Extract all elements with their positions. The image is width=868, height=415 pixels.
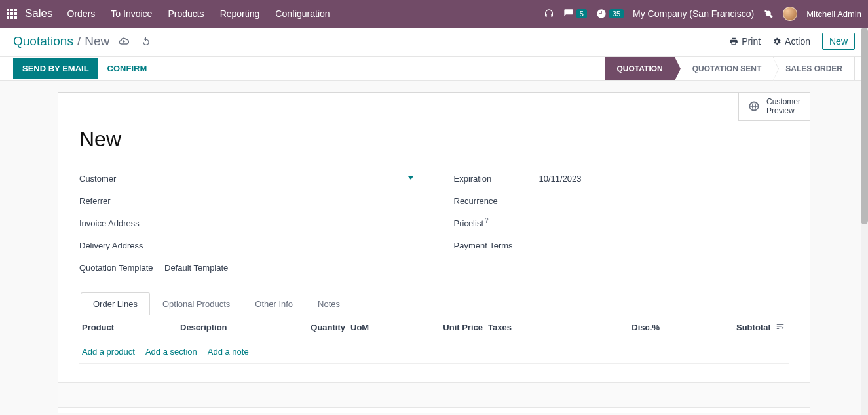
quotation-template-field[interactable]: Default Template [164,263,415,273]
discard-icon[interactable] [141,36,151,47]
expiration-field[interactable]: 10/11/2023 [539,174,789,184]
chat-badge: 5 [576,9,587,18]
menu-products[interactable]: Products [168,9,204,19]
company-switcher[interactable]: My Company (San Francisco) [633,9,754,19]
th-description: Description [178,315,295,340]
add-section-link[interactable]: Add a section [145,347,197,357]
new-button[interactable]: New [822,33,855,50]
breadcrumb-root[interactable]: Quotations [13,34,73,49]
apps-icon[interactable] [7,9,17,19]
label-payment-terms: Payment Terms [454,241,539,250]
confirm-button[interactable]: CONFIRM [98,58,157,79]
th-subtotal: Subtotal [662,315,773,340]
control-panel: Quotations / New Print Action New [0,28,868,57]
label-quotation-template: Quotation Template [79,263,164,273]
label-pricelist: Pricelist? [454,217,539,228]
label-expiration: Expiration [454,174,539,184]
order-lines-table: Product Description Quantity UoM Unit Pr… [79,315,789,382]
table-row-add: Add a product Add a section Add a note [79,340,789,364]
activity-badge: 35 [609,9,624,18]
activity-tray[interactable]: 35 [596,9,624,19]
record-title: New [79,127,789,151]
tools-icon[interactable] [763,9,774,19]
th-disc: Disc.% [603,315,662,340]
status-row: SEND BY EMAIL CONFIRM QUOTATION QUOTATIO… [0,57,868,81]
main-menu: Orders To Invoice Products Reporting Con… [67,9,330,19]
gear-icon [772,37,782,46]
th-product: Product [79,315,178,340]
stage-quotation-sent[interactable]: QUOTATION SENT [675,57,774,80]
th-quantity: Quantity [295,315,348,340]
avatar[interactable] [783,7,797,21]
print-icon [729,37,738,46]
add-product-link[interactable]: Add a product [82,347,135,357]
stage-sales-order[interactable]: SALES ORDER [774,57,855,80]
label-invoice-address: Invoice Address [79,218,164,228]
breadcrumb-current: New [85,34,109,49]
menu-configuration[interactable]: Configuration [275,9,330,19]
label-recurrence: Recurrence [454,196,539,206]
form-sheet: Customer Preview New Customer Referrer [58,92,810,413]
stage-quotation[interactable]: QUOTATION [605,57,675,80]
send-by-email-button[interactable]: SEND BY EMAIL [13,58,98,79]
label-delivery-address: Delivery Address [79,241,164,250]
th-unit-price: Unit Price [407,315,485,340]
globe-icon [748,100,760,112]
help-icon[interactable]: ? [485,217,489,224]
support-icon[interactable] [544,9,554,19]
tab-optional-products[interactable]: Optional Products [150,292,242,315]
systray: 5 35 My Company (San Francisco) Mitchell… [544,7,861,21]
label-referrer: Referrer [79,196,164,206]
th-taxes: Taxes [485,315,603,340]
cloud-save-icon[interactable] [119,36,129,47]
print-button[interactable]: Print [729,36,761,47]
chat-icon [563,9,574,19]
label-customer: Customer [79,174,164,184]
form-viewport: Customer Preview New Customer Referrer [0,81,868,413]
statbox-line1: Customer [766,97,801,106]
sheet-footer-stripe [58,382,810,407]
clock-icon [596,9,607,19]
customer-preview-button[interactable]: Customer Preview [738,92,810,121]
notebook-tabs: Order Lines Optional Products Other Info… [79,292,789,315]
tab-order-lines[interactable]: Order Lines [81,292,150,315]
add-note-link[interactable]: Add a note [208,347,249,357]
scrollbar-thumb[interactable] [861,28,868,224]
customer-field[interactable] [164,170,415,186]
chevron-down-icon [408,176,413,180]
action-button[interactable]: Action [772,36,810,47]
user-name[interactable]: Mitchell Admin [806,9,861,19]
statbox-line2: Preview [766,106,801,115]
app-brand[interactable]: Sales [25,7,53,20]
totals-area [58,407,810,413]
tab-notes[interactable]: Notes [305,292,352,315]
tab-other-info[interactable]: Other Info [242,292,305,315]
columns-settings-icon[interactable] [776,322,785,331]
menu-orders[interactable]: Orders [67,9,96,19]
th-uom: UoM [348,315,407,340]
status-bar: QUOTATION QUOTATION SENT SALES ORDER [605,57,868,80]
messaging-tray[interactable]: 5 [563,9,587,19]
table-row-empty [79,364,789,382]
top-nav: Sales Orders To Invoice Products Reporti… [0,0,868,28]
menu-reporting[interactable]: Reporting [220,9,260,19]
menu-to-invoice[interactable]: To Invoice [111,9,152,19]
